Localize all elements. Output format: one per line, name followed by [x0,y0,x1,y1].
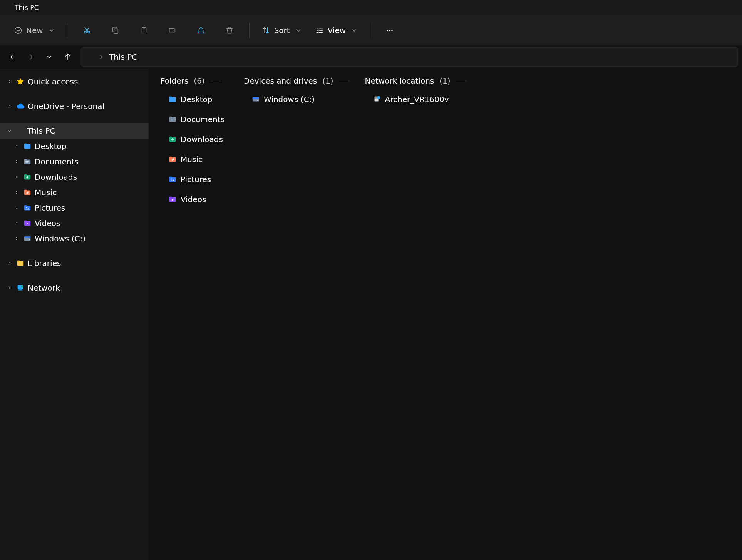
copy-icon [111,26,120,35]
chevron-right-icon[interactable] [13,174,20,180]
back-button[interactable] [4,48,21,65]
sort-button[interactable]: Sort [256,22,308,39]
toolbar-separator [67,23,67,38]
chevron-right-icon[interactable] [13,190,20,195]
item-label: Desktop [181,95,212,104]
sort-label: Sort [274,26,290,35]
share-icon [197,26,205,35]
delete-button[interactable] [216,22,243,39]
command-toolbar: New Sort View [0,15,742,45]
breadcrumb-this-pc[interactable]: This PC [109,52,137,62]
tree-label: Desktop [35,142,66,151]
item-music[interactable]: Music [161,152,228,167]
arrow-left-icon [8,53,16,61]
tree-documents[interactable]: Documents [0,154,149,169]
tree-onedrive[interactable]: OneDrive - Personal [0,99,149,114]
tree-pictures[interactable]: Pictures [0,200,149,216]
toolbar-separator [370,23,370,38]
chevron-right-icon[interactable] [13,205,20,211]
item-downloads[interactable]: Downloads [161,132,228,147]
navigation-bar: This PC [0,45,742,69]
tree-label: Downloads [35,172,77,182]
folder-videos-icon [23,219,32,227]
tree-label: Pictures [35,203,65,212]
chevron-right-icon[interactable] [13,144,20,149]
cut-icon [83,26,91,35]
network-icon [16,284,25,292]
tree-label: Quick access [28,77,78,86]
item-videos[interactable]: Videos [161,192,228,207]
item-desktop[interactable]: Desktop [161,92,228,107]
item-label: Videos [181,195,206,204]
group-count: (1) [439,76,450,85]
folder-downloads-icon [23,173,32,181]
arrow-up-icon [64,53,72,61]
rename-button[interactable] [159,22,186,39]
tree-c-drive[interactable]: Windows (C:) [0,231,149,246]
address-bar[interactable]: This PC [81,47,738,67]
copy-button[interactable] [102,22,129,39]
item-router[interactable]: Archer_VR1600v [365,92,467,107]
view-button[interactable]: View [309,22,363,39]
more-icon [385,26,394,35]
item-label: Windows (C:) [264,95,315,104]
group-header-network[interactable]: Network locations (1) [365,76,467,85]
group-header-folders[interactable]: Folders (6) [161,76,228,85]
item-label: Archer_VR1600v [385,95,449,104]
chevron-right-icon[interactable] [6,285,13,291]
cut-button[interactable] [74,22,100,39]
item-c-drive[interactable]: Windows (C:) [244,92,350,107]
tree-videos[interactable]: Videos [0,216,149,231]
rename-icon [168,26,177,35]
item-documents[interactable]: Documents [161,112,228,127]
folder-desktop-icon [168,95,177,104]
chevron-right-icon[interactable] [13,221,20,226]
tree-label: Network [28,283,60,293]
chevron-right-icon[interactable] [6,104,13,109]
folder-pictures-icon [23,204,32,212]
tree-music[interactable]: Music [0,185,149,200]
share-button[interactable] [188,22,214,39]
tree-label: This PC [27,126,55,135]
paste-button[interactable] [131,22,157,39]
tree-label: Windows (C:) [35,234,85,243]
folder-videos-icon [168,195,177,204]
new-button[interactable]: New [8,22,61,39]
tree-quick-access[interactable]: Quick access [0,74,149,89]
item-label: Documents [181,115,224,124]
recent-locations-button[interactable] [41,48,58,65]
group-network: Network locations (1) Archer_VR1600v [365,76,467,112]
tree-network[interactable]: Network [0,280,149,296]
tree-label: Libraries [28,259,61,268]
chevron-down-icon [49,27,55,33]
view-label: View [328,26,346,35]
chevron-down-icon [295,27,301,33]
tree-desktop[interactable]: Desktop [0,139,149,154]
tree-label: Videos [35,219,60,228]
tree-libraries[interactable]: Libraries [0,256,149,271]
group-count: (6) [194,76,204,85]
tree-this-pc[interactable]: This PC [0,123,149,139]
more-button[interactable] [376,22,403,39]
chevron-right-icon[interactable] [13,236,20,241]
chevron-down-icon [46,53,53,60]
arrow-right-icon [27,53,35,61]
chevron-down-icon[interactable] [6,128,13,134]
item-pictures[interactable]: Pictures [161,172,228,187]
chevron-right-icon[interactable] [6,261,13,266]
item-label: Music [181,155,203,164]
tree-label: Documents [35,157,79,166]
group-header-drives[interactable]: Devices and drives (1) [244,76,350,85]
window-title: This PC [15,4,39,12]
chevron-right-icon[interactable] [13,159,20,164]
drive-icon [23,234,32,243]
chevron-right-icon[interactable] [6,79,13,84]
item-label: Pictures [181,175,211,184]
folder-pictures-icon [168,175,177,184]
this-pc-icon [16,128,24,134]
forward-button[interactable] [22,48,39,65]
tree-downloads[interactable]: Downloads [0,169,149,185]
folder-music-icon [168,155,177,164]
content-pane: Folders (6) Desktop Documents Downloads [149,69,742,560]
up-button[interactable] [59,48,76,65]
